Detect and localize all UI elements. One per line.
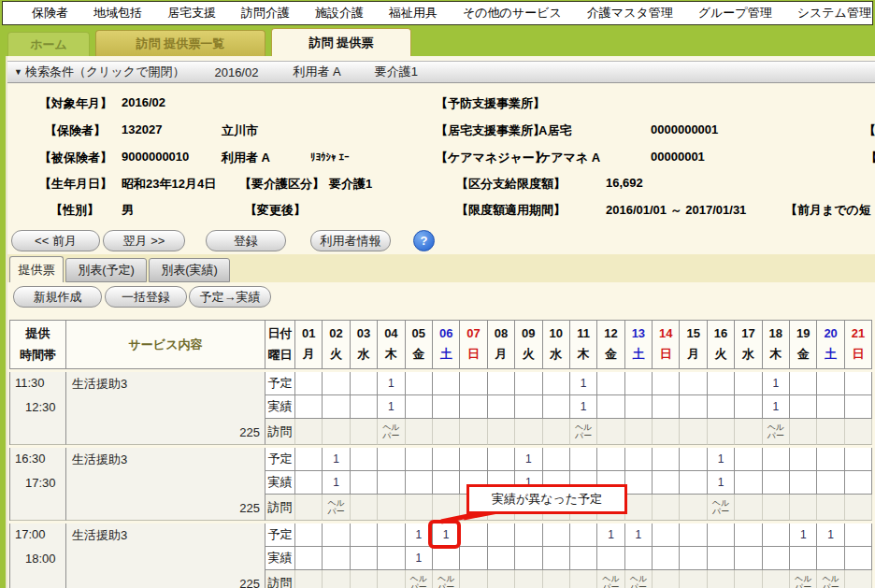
actual-cell-day12[interactable] xyxy=(597,395,624,419)
help-icon[interactable]: ? xyxy=(413,230,435,251)
visit-cell-day15[interactable] xyxy=(680,495,707,521)
user-info-button[interactable]: 利用者情報 xyxy=(310,230,391,251)
actual-cell-day13[interactable] xyxy=(625,547,653,570)
plan-cell-day14[interactable] xyxy=(653,372,680,395)
actual-cell-day03[interactable] xyxy=(351,547,378,570)
plan-cell-day15[interactable] xyxy=(680,523,707,547)
plan-cell-day07[interactable] xyxy=(460,448,487,471)
plan-cell-day02[interactable] xyxy=(323,523,350,547)
menu-item-2[interactable]: 地域包括 xyxy=(93,5,142,22)
actual-cell-day17[interactable] xyxy=(735,547,762,570)
plan-cell-day13[interactable]: 1 xyxy=(625,523,653,547)
actual-cell-day14[interactable] xyxy=(653,471,680,495)
plan-cell-day17[interactable] xyxy=(735,523,762,547)
actual-cell-day19[interactable] xyxy=(790,547,817,570)
plan-cell-day01[interactable] xyxy=(295,372,323,395)
plan-cell-day04[interactable] xyxy=(378,523,405,547)
time-slot-cell[interactable]: 11:3012:30 xyxy=(10,372,66,445)
visit-cell-day14[interactable] xyxy=(653,570,680,588)
subtab-appendix-actual[interactable]: 別表(実績) xyxy=(149,258,230,282)
visit-cell-day17[interactable] xyxy=(735,495,762,521)
visit-cell-day13[interactable]: ヘルパー xyxy=(625,570,653,588)
menu-item-10[interactable]: システム管理 xyxy=(797,5,871,22)
plan-cell-day12[interactable] xyxy=(597,448,624,471)
visit-cell-day15[interactable] xyxy=(680,419,707,445)
plan-cell-day07[interactable] xyxy=(460,372,487,395)
plan-cell-day08[interactable] xyxy=(488,523,515,547)
actual-cell-day09[interactable] xyxy=(515,395,542,419)
visit-cell-day01[interactable] xyxy=(295,570,323,588)
actual-cell-day05[interactable]: 1 xyxy=(406,547,433,570)
actual-cell-day14[interactable] xyxy=(653,395,680,419)
menu-item-7[interactable]: その他のサービス xyxy=(463,5,562,22)
visit-cell-day03[interactable] xyxy=(351,495,378,521)
visit-cell-day07[interactable] xyxy=(460,570,487,588)
actual-cell-day04[interactable] xyxy=(378,471,405,495)
actual-cell-day03[interactable] xyxy=(351,395,378,419)
actual-cell-day14[interactable] xyxy=(653,547,680,570)
service-content-cell[interactable]: 生活援助3225 xyxy=(66,448,265,521)
visit-cell-day07[interactable] xyxy=(460,419,487,445)
plan-cell-day01[interactable] xyxy=(295,448,323,471)
visit-cell-day10[interactable] xyxy=(543,419,570,445)
visit-cell-day13[interactable] xyxy=(625,419,653,445)
actual-cell-day03[interactable] xyxy=(351,471,378,495)
plan-cell-day20[interactable]: 1 xyxy=(817,523,844,547)
plan-cell-day18[interactable] xyxy=(763,523,790,547)
visit-cell-day21[interactable] xyxy=(845,570,872,588)
actual-cell-day09[interactable] xyxy=(515,547,542,570)
register-button[interactable]: 登録 xyxy=(206,230,286,251)
visit-cell-day19[interactable] xyxy=(790,495,817,521)
service-content-cell[interactable]: 生活援助3225 xyxy=(66,523,265,588)
plan-cell-day05[interactable]: 1 xyxy=(406,523,433,547)
menu-item-6[interactable]: 福祉用具 xyxy=(389,5,438,22)
visit-cell-day02[interactable] xyxy=(323,570,350,588)
actual-cell-day05[interactable] xyxy=(406,471,433,495)
actual-cell-day08[interactable] xyxy=(488,395,515,419)
actual-cell-day21[interactable] xyxy=(845,547,872,570)
actual-cell-day18[interactable] xyxy=(763,547,790,570)
actual-cell-day16[interactable] xyxy=(708,547,735,570)
plan-cell-day01[interactable] xyxy=(295,523,323,547)
visit-cell-day03[interactable] xyxy=(351,419,378,445)
actual-cell-day20[interactable] xyxy=(817,471,844,495)
actual-cell-day06[interactable] xyxy=(433,547,460,570)
visit-cell-day14[interactable] xyxy=(653,419,680,445)
actual-cell-day02[interactable]: 1 xyxy=(323,471,350,495)
bulk-register-button[interactable]: 一括登録 xyxy=(105,286,187,308)
plan-cell-day19[interactable]: 1 xyxy=(790,523,817,547)
plan-to-actual-button[interactable]: 予定→実績 xyxy=(189,286,271,308)
actual-cell-day15[interactable] xyxy=(680,471,707,495)
plan-cell-day03[interactable] xyxy=(351,523,378,547)
plan-cell-day06[interactable]: 1 xyxy=(433,523,460,547)
visit-cell-day13[interactable] xyxy=(625,495,653,521)
search-condition-bar[interactable]: ▼ 検索条件（クリックで開閉） 2016/02 利用者 A 要介護1 xyxy=(7,61,875,83)
visit-cell-day16[interactable] xyxy=(708,570,735,588)
actual-cell-day19[interactable] xyxy=(790,471,817,495)
visit-cell-day06[interactable]: ヘルパー xyxy=(433,570,460,588)
visit-cell-day09[interactable] xyxy=(515,570,542,588)
plan-cell-day06[interactable] xyxy=(433,372,460,395)
visit-cell-day10[interactable] xyxy=(543,570,570,588)
actual-cell-day16[interactable]: 1 xyxy=(708,471,735,495)
visit-cell-day20[interactable] xyxy=(817,419,844,445)
plan-cell-day19[interactable] xyxy=(790,372,817,395)
plan-cell-day15[interactable] xyxy=(680,448,707,471)
actual-cell-day13[interactable] xyxy=(625,471,653,495)
plan-cell-day02[interactable]: 1 xyxy=(323,448,350,471)
actual-cell-day18[interactable]: 1 xyxy=(763,395,790,419)
visit-cell-day21[interactable] xyxy=(845,419,872,445)
visit-cell-day20[interactable]: ヘルパー xyxy=(817,570,844,588)
visit-cell-day18[interactable]: ヘルパー xyxy=(763,419,790,445)
time-slot-cell[interactable]: 17:0018:00 xyxy=(10,523,66,588)
plan-cell-day16[interactable] xyxy=(708,523,735,547)
actual-cell-day17[interactable] xyxy=(735,395,762,419)
plan-cell-day09[interactable]: 1 xyxy=(515,448,542,471)
visit-cell-day20[interactable] xyxy=(817,495,844,521)
prev-month-button[interactable]: << 前月 xyxy=(11,230,100,251)
visit-cell-day02[interactable] xyxy=(323,419,350,445)
visit-cell-day08[interactable] xyxy=(488,570,515,588)
plan-cell-day03[interactable] xyxy=(351,448,378,471)
plan-cell-day08[interactable] xyxy=(488,448,515,471)
actual-cell-day04[interactable]: 1 xyxy=(378,395,405,419)
